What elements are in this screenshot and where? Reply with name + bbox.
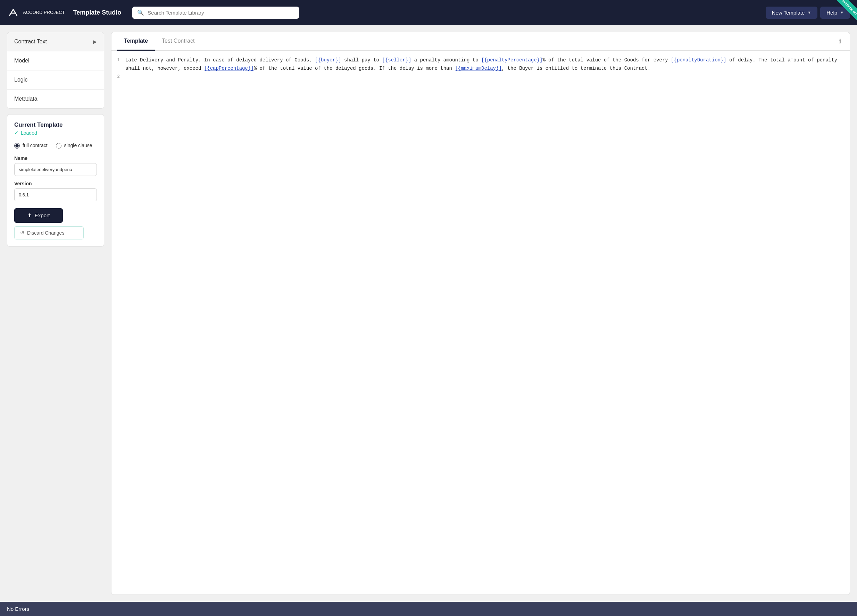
- code-editor: 1 Late Delivery and Penalty. In case of …: [111, 51, 850, 86]
- code-line-2: 2: [111, 73, 850, 81]
- svg-rect-0: [7, 6, 19, 19]
- var-seller[interactable]: [{seller}]: [382, 57, 411, 63]
- sidebar-item-logic[interactable]: Logic: [7, 71, 104, 90]
- main-content: Contract Text ▶ Model Logic Metadata Cur…: [0, 25, 857, 602]
- current-template-panel: Current Template ✓ Loaded full contract …: [7, 114, 104, 247]
- var-buyer[interactable]: [{buyer}]: [315, 57, 341, 63]
- status-text: No Errors: [7, 606, 29, 612]
- text-segment: Late Delivery and Penalty. In case of de…: [125, 57, 315, 63]
- help-chevron-icon: ▼: [840, 11, 844, 15]
- version-input[interactable]: [14, 188, 97, 201]
- var-penalty-percentage[interactable]: [{penaltyPercentage}]: [481, 57, 542, 63]
- version-label: Version: [14, 181, 97, 186]
- action-buttons: ⬆ Export ↺ Discard Changes: [14, 208, 97, 239]
- var-penalty-duration[interactable]: [{penaltyDuration}]: [671, 57, 726, 63]
- text-segment: % of the total value of the Goods for ev…: [542, 57, 671, 63]
- text-segment: % of the total value of the delayed good…: [254, 66, 455, 71]
- header-actions: New Template ▼ Help ▼: [766, 6, 850, 19]
- code-line-1: 1 Late Delivery and Penalty. In case of …: [111, 56, 850, 73]
- text-segment: a penalty amounting to: [411, 57, 481, 63]
- search-bar[interactable]: 🔍: [132, 6, 299, 19]
- discard-changes-button[interactable]: ↺ Discard Changes: [14, 226, 84, 239]
- sidebar-nav: Contract Text ▶ Model Logic Metadata: [7, 32, 104, 109]
- accord-logo-icon: [7, 6, 19, 19]
- line-number-1: 1: [111, 56, 125, 64]
- status-check-icon: ✓: [14, 130, 19, 136]
- current-template-title: Current Template: [14, 122, 97, 128]
- header: ACCORD PROJECT Template Studio 🔍 New Tem…: [0, 0, 857, 25]
- editor-tabs: Template Test Contract ℹ: [111, 32, 850, 51]
- full-contract-radio[interactable]: [14, 143, 20, 148]
- contract-text-arrow-icon: ▶: [93, 39, 97, 45]
- name-input[interactable]: [14, 163, 97, 176]
- new-template-chevron-icon: ▼: [807, 11, 811, 15]
- discard-icon: ↺: [20, 230, 24, 236]
- export-button[interactable]: ⬆ Export: [14, 208, 63, 223]
- export-icon: ⬆: [28, 212, 32, 219]
- search-icon: 🔍: [137, 9, 144, 16]
- template-type-radio-group: full contract single clause: [14, 142, 97, 149]
- tab-template[interactable]: Template: [117, 32, 155, 51]
- new-template-button[interactable]: New Template ▼: [766, 6, 818, 19]
- var-maximum-delay[interactable]: [{maximumDelay}]: [455, 66, 501, 71]
- single-clause-option[interactable]: single clause: [56, 142, 92, 149]
- logo-text: ACCORD PROJECT: [23, 10, 65, 15]
- help-button[interactable]: Help ▼: [820, 6, 850, 19]
- footer: No Errors: [0, 602, 857, 616]
- single-clause-radio[interactable]: [56, 143, 62, 148]
- line-number-2: 2: [111, 73, 125, 80]
- var-cap-percentage[interactable]: [{capPercentage}]: [204, 66, 254, 71]
- status-text: Loaded: [21, 130, 37, 136]
- editor-content[interactable]: 1 Late Delivery and Penalty. In case of …: [111, 51, 850, 594]
- info-icon[interactable]: ℹ: [836, 36, 844, 46]
- sidebar-item-metadata[interactable]: Metadata: [7, 90, 104, 108]
- sidebar: Contract Text ▶ Model Logic Metadata Cur…: [7, 32, 104, 595]
- current-template-status: ✓ Loaded: [14, 130, 97, 136]
- line-content-1: Late Delivery and Penalty. In case of de…: [125, 56, 850, 73]
- sidebar-item-model[interactable]: Model: [7, 51, 104, 71]
- text-segment: shall pay to: [341, 57, 382, 63]
- editor-area: Template Test Contract ℹ 1 Late Delivery…: [111, 32, 850, 595]
- line-content-2: [125, 73, 850, 81]
- full-contract-option[interactable]: full contract: [14, 142, 48, 149]
- search-input[interactable]: [148, 10, 294, 15]
- logo: ACCORD PROJECT: [7, 6, 65, 19]
- tab-test-contract[interactable]: Test Contract: [155, 32, 201, 51]
- sidebar-item-contract-text[interactable]: Contract Text ▶: [7, 32, 104, 51]
- text-segment: , the Buyer is entitled to terminate thi…: [502, 66, 650, 71]
- name-label: Name: [14, 156, 97, 161]
- app-title: Template Studio: [73, 9, 122, 16]
